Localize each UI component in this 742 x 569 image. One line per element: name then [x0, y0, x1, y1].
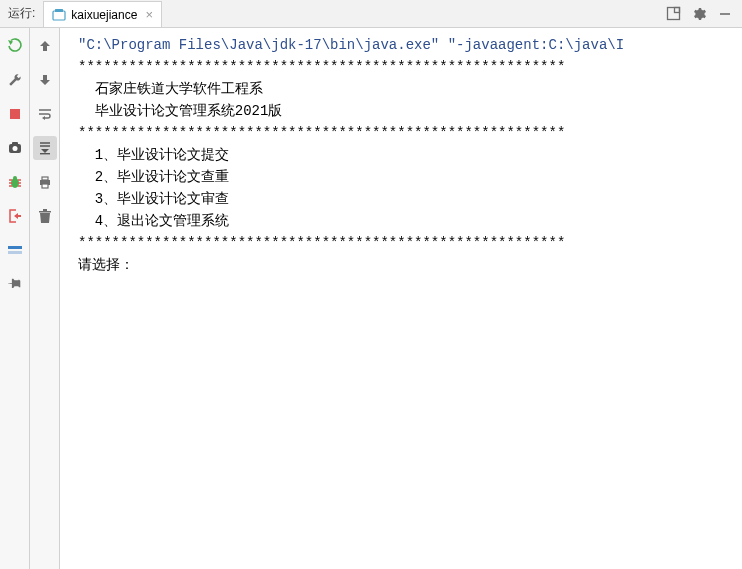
svg-rect-3: [674, 8, 679, 13]
debug-bug-icon[interactable]: [3, 170, 27, 194]
console-line: 2、毕业设计论文查重: [78, 169, 229, 185]
console-line: 3、毕业设计论文审查: [78, 191, 229, 207]
console-line: ****************************************…: [78, 235, 565, 251]
console-line: 毕业设计论文管理系统2021版: [78, 103, 282, 119]
run-config-icon: [52, 8, 66, 22]
print-icon[interactable]: [33, 170, 57, 194]
left-toolbar-secondary: [30, 28, 60, 569]
scroll-to-end-icon[interactable]: [33, 136, 57, 160]
layout-strip-icon[interactable]: [3, 238, 27, 262]
stop-button[interactable]: [3, 102, 27, 126]
svg-rect-11: [8, 246, 22, 249]
svg-point-7: [12, 146, 17, 151]
run-label: 运行:: [8, 5, 35, 22]
gear-icon[interactable]: [688, 3, 710, 25]
wrench-icon[interactable]: [3, 68, 27, 92]
rerun-button[interactable]: [3, 34, 27, 58]
close-icon[interactable]: ×: [145, 7, 153, 22]
dump-icon[interactable]: [3, 136, 27, 160]
console-line: 1、毕业设计论文提交: [78, 147, 229, 163]
svg-rect-16: [42, 184, 48, 188]
svg-rect-8: [12, 142, 18, 145]
svg-rect-15: [42, 177, 48, 180]
trash-icon[interactable]: [33, 204, 57, 228]
svg-rect-0: [53, 11, 65, 20]
console-line: 4、退出论文管理系统: [78, 213, 229, 229]
pin-icon[interactable]: [3, 272, 27, 296]
run-tool-header: 运行: kaixuejiance ×: [0, 0, 742, 28]
exit-icon[interactable]: [3, 204, 27, 228]
svg-point-10: [13, 176, 17, 180]
svg-rect-13: [40, 153, 50, 154]
run-tab-label: kaixuejiance: [71, 8, 137, 22]
down-arrow-icon[interactable]: [33, 68, 57, 92]
svg-rect-5: [10, 109, 20, 119]
left-toolbar-primary: [0, 28, 30, 569]
console-prompt: 请选择：: [78, 257, 134, 273]
console-line: ****************************************…: [78, 125, 565, 141]
console-line: ****************************************…: [78, 59, 565, 75]
soft-wrap-icon[interactable]: [33, 102, 57, 126]
console-command-line: "C:\Program Files\Java\jdk-17\bin\java.e…: [78, 37, 624, 53]
run-body: "C:\Program Files\Java\jdk-17\bin\java.e…: [0, 28, 742, 569]
svg-rect-2: [667, 8, 679, 20]
minimize-icon[interactable]: [714, 3, 736, 25]
svg-rect-1: [55, 9, 63, 12]
run-tab[interactable]: kaixuejiance ×: [43, 1, 162, 27]
layout-icon[interactable]: [662, 3, 684, 25]
console-line: 石家庄铁道大学软件工程系: [78, 81, 263, 97]
svg-rect-12: [8, 251, 22, 254]
up-arrow-icon[interactable]: [33, 34, 57, 58]
svg-rect-4: [720, 13, 730, 15]
console-output[interactable]: "C:\Program Files\Java\jdk-17\bin\java.e…: [60, 28, 742, 569]
